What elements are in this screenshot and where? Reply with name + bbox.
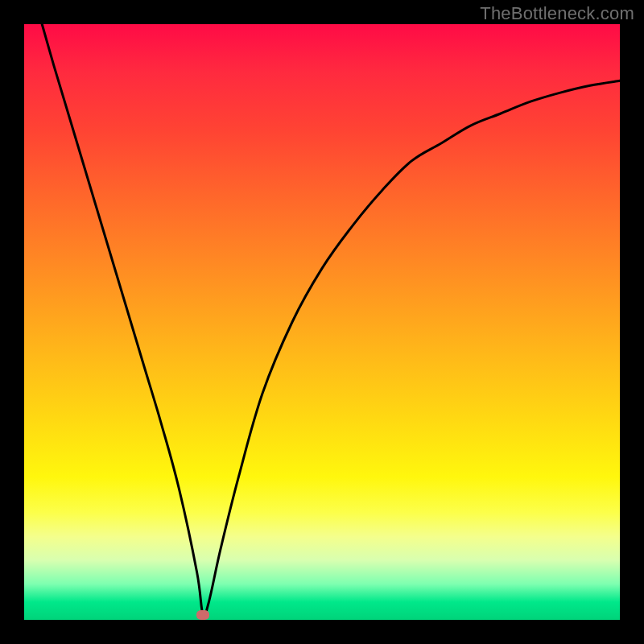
chart-frame: TheBottleneck.com xyxy=(0,0,644,644)
plot-area xyxy=(24,24,620,620)
optimum-marker xyxy=(196,610,209,620)
curve-svg xyxy=(24,24,620,620)
bottleneck-curve xyxy=(42,24,620,616)
watermark-text: TheBottleneck.com xyxy=(480,3,634,24)
